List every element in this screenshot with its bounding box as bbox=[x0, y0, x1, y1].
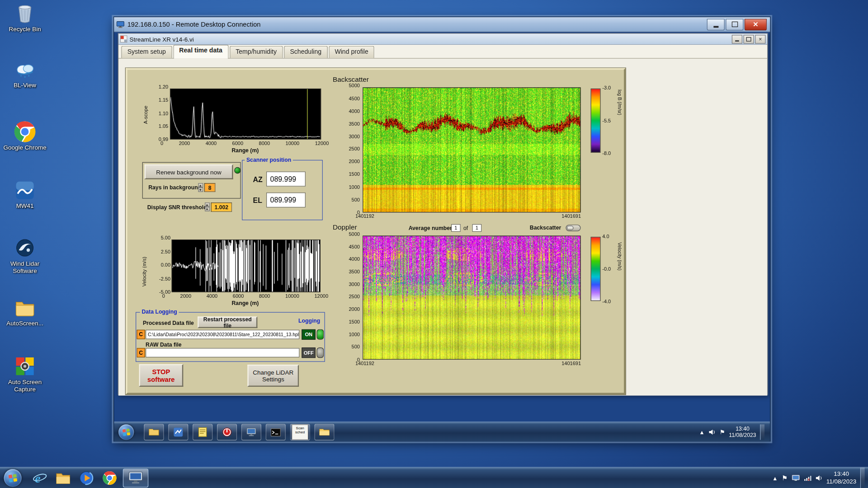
average-of-field[interactable]: 1 bbox=[472, 224, 481, 232]
az-value-field[interactable]: 089.999 bbox=[266, 172, 306, 187]
backscatter-overlay-toggle[interactable] bbox=[566, 225, 580, 231]
remote-task-monitor[interactable] bbox=[241, 424, 261, 441]
remote-start-button[interactable] bbox=[118, 424, 134, 440]
colorbar-tick: 4.0 bbox=[602, 234, 621, 239]
spin-up-icon[interactable] bbox=[198, 183, 203, 188]
taskbar-wmp[interactable] bbox=[76, 469, 96, 487]
backscatter-overlay-label: Backscatter bbox=[530, 225, 561, 230]
tick-label: 3500 bbox=[349, 122, 360, 127]
tick-label: 1.15 bbox=[159, 98, 168, 103]
rays-value-field[interactable]: 8 bbox=[204, 183, 215, 192]
app-close-button[interactable]: × bbox=[755, 35, 765, 44]
spin-up-icon[interactable] bbox=[205, 202, 210, 207]
tick-label: 12000 bbox=[315, 141, 329, 146]
minimize-button[interactable] bbox=[707, 19, 725, 30]
tick-label: -2.50 bbox=[159, 277, 170, 282]
folder-icon bbox=[14, 296, 36, 319]
volume-icon[interactable] bbox=[708, 429, 716, 436]
bl-view-icon bbox=[14, 59, 36, 81]
spin-down-icon[interactable] bbox=[205, 207, 210, 211]
tab-system-setup[interactable]: System setup bbox=[121, 46, 172, 58]
maximize-icon bbox=[731, 22, 737, 27]
monitor-icon[interactable] bbox=[792, 474, 800, 482]
remote-time: 13:40 bbox=[729, 426, 756, 432]
remote-show-desktop-button[interactable] bbox=[760, 424, 764, 440]
average-number-field[interactable]: 1 bbox=[451, 224, 461, 232]
tick-label: 2500 bbox=[349, 295, 360, 300]
raw-path-field[interactable] bbox=[146, 348, 299, 357]
screen: Recycle Bin BL-View Google Chrome bbox=[0, 0, 868, 488]
tick-label: 3000 bbox=[349, 134, 360, 139]
desktop-icon-bl-view[interactable]: BL-View bbox=[1, 59, 48, 89]
desktop-icon-recycle-bin[interactable]: Recycle Bin bbox=[1, 2, 48, 33]
remote-taskbar: Scan sched ▲ ⚑ 13:40 11/08/2023 bbox=[114, 422, 770, 441]
rdp-titlebar[interactable]: 192.168.0.150 - Remote Desktop Connectio… bbox=[114, 17, 770, 32]
raw-data-file-label: RAW Data file bbox=[146, 342, 182, 347]
desktop-icon-google-chrome[interactable]: Google Chrome bbox=[1, 121, 48, 151]
wind-lidar-icon bbox=[14, 237, 36, 259]
maximize-button[interactable] bbox=[726, 19, 743, 30]
remote-task-notes[interactable] bbox=[193, 424, 212, 441]
change-lidar-settings-button[interactable]: Change LiDAR Settings bbox=[247, 365, 299, 387]
rays-spinner[interactable] bbox=[198, 183, 203, 192]
network-icon[interactable]: x bbox=[804, 475, 811, 482]
tab-scheduling[interactable]: Scheduling bbox=[284, 46, 328, 58]
tab-wind-profile[interactable]: Wind profile bbox=[329, 46, 374, 58]
processed-logging-on-button[interactable]: ON bbox=[302, 329, 316, 340]
snr-spinner[interactable] bbox=[205, 202, 210, 211]
desktop-icon-mw41[interactable]: MW41 bbox=[1, 179, 48, 210]
scanner-position-group bbox=[242, 160, 323, 220]
taskbar-explorer[interactable] bbox=[53, 469, 73, 487]
remote-clock[interactable]: 13:40 11/08/2023 bbox=[729, 426, 756, 439]
el-label: EL bbox=[253, 197, 262, 205]
show-desktop-button[interactable] bbox=[860, 468, 865, 488]
taskbar-rdp-active[interactable] bbox=[123, 469, 148, 488]
close-button[interactable]: ✕ bbox=[745, 19, 767, 30]
flag-icon[interactable]: ⚑ bbox=[782, 474, 788, 482]
taskbar-ie[interactable]: e bbox=[30, 469, 50, 487]
tab-temp-humidity[interactable]: Temp/humidity bbox=[230, 46, 283, 58]
velocity-x-axis-label: Range (m) bbox=[209, 300, 281, 306]
stop-software-button[interactable]: STOP software bbox=[139, 364, 183, 387]
app-titlebar[interactable]: StreamLine XR v14-6.vi × bbox=[118, 34, 767, 45]
app-maximize-button[interactable] bbox=[743, 35, 754, 44]
snr-value-field[interactable]: 1.002 bbox=[211, 202, 232, 212]
remote-task-app-blue[interactable] bbox=[168, 424, 188, 441]
renew-background-button[interactable]: Renew background now bbox=[145, 164, 233, 179]
tab-real-time-data[interactable]: Real time data bbox=[173, 45, 228, 59]
desktop-icon-label: Wind Lidar Software bbox=[1, 260, 48, 274]
remote-task-folder[interactable] bbox=[315, 424, 335, 441]
svg-text:x: x bbox=[807, 477, 810, 481]
doppler-x-end: 1401691 bbox=[553, 361, 589, 366]
ie-icon: e bbox=[33, 471, 47, 485]
chevron-up-icon[interactable]: ▲ bbox=[699, 429, 704, 435]
remote-task-scan-sched[interactable]: Scan sched bbox=[290, 424, 310, 441]
el-value-field[interactable]: 089.999 bbox=[266, 192, 306, 207]
raw-logging-off-button[interactable]: OFF bbox=[302, 347, 316, 358]
ascope-x-axis-label: Range (m) bbox=[209, 147, 281, 153]
snr-threshold-label: Display SNR threshold bbox=[147, 204, 207, 210]
remote-task-explorer[interactable] bbox=[144, 424, 164, 441]
restart-processed-file-button[interactable]: Restart processed file bbox=[198, 316, 257, 328]
ascope-x-ticks: 020004000600080001000012000 bbox=[160, 141, 329, 146]
taskbar-chrome[interactable] bbox=[99, 469, 119, 487]
chevron-up-icon[interactable]: ▲ bbox=[772, 475, 778, 481]
desktop-icon-auto-screen-capture[interactable]: Auto Screen Capture bbox=[1, 355, 48, 392]
app-minimize-button[interactable] bbox=[732, 35, 742, 44]
volume-icon[interactable] bbox=[815, 475, 822, 482]
desktop-icon-autoscreen-folder[interactable]: AutoScreen... bbox=[1, 296, 48, 327]
rdp-window: 192.168.0.150 - Remote Desktop Connectio… bbox=[113, 17, 770, 441]
backscatter-x-end: 1401691 bbox=[553, 214, 589, 219]
tick-label: 3000 bbox=[349, 282, 360, 287]
tick-label: 10000 bbox=[286, 141, 300, 146]
host-clock[interactable]: 13:40 11/08/2023 bbox=[826, 470, 856, 486]
remote-tray: ▲ ⚑ 13:40 11/08/2023 bbox=[699, 424, 764, 440]
start-button[interactable] bbox=[4, 469, 22, 487]
remote-task-power[interactable] bbox=[217, 424, 237, 441]
flag-icon[interactable]: ⚑ bbox=[720, 428, 725, 436]
desktop-icon-wind-lidar[interactable]: Wind Lidar Software bbox=[1, 237, 48, 274]
folder-icon bbox=[319, 428, 330, 437]
spin-down-icon[interactable] bbox=[198, 188, 203, 192]
remote-task-console[interactable] bbox=[266, 424, 286, 441]
processed-path-field[interactable]: C:\Lidar\Data\Proc\2023\202308\20230811\… bbox=[146, 330, 299, 339]
